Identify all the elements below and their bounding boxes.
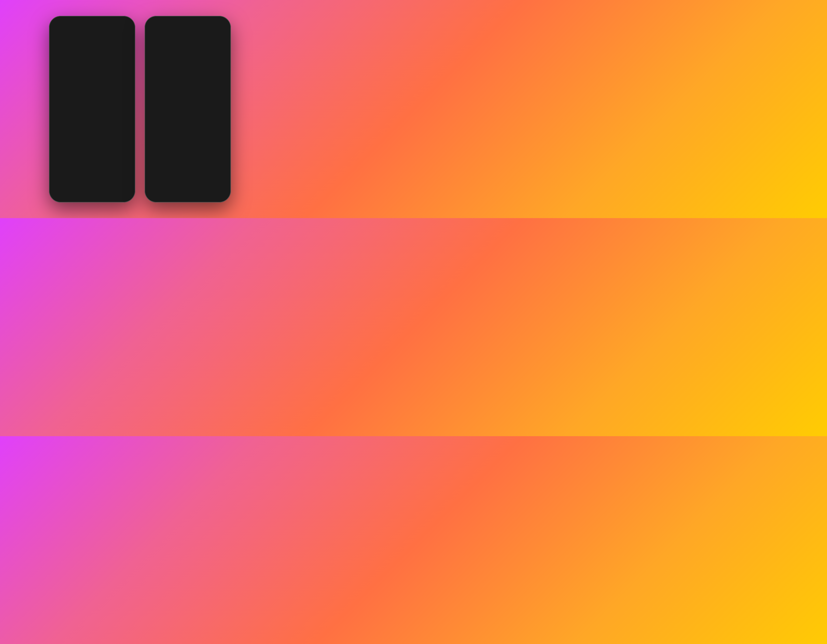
reel-item-4[interactable]: 900 Apr 2 bbox=[215, 122, 224, 151]
back-button-2[interactable]: ‹ bbox=[151, 31, 159, 37]
reel-thumb-2: 1.1K bbox=[173, 122, 192, 148]
reel-thumb-1: 2.3K bbox=[151, 122, 171, 148]
svg-rect-3 bbox=[159, 132, 163, 139]
reel-item-1[interactable]: 2.3K Apr 23 bbox=[151, 122, 171, 151]
bar-row-igtv: IGTV Videos 2,702 bbox=[151, 79, 224, 83]
bar-row-posts: Posts 3,451 bbox=[151, 73, 224, 77]
bar-row-stories: Stories 2,407 bbox=[151, 85, 224, 89]
reel-date-2: Apr 25 bbox=[173, 148, 192, 151]
reach-note: You reached +5.4% more accounts that wer… bbox=[56, 150, 128, 159]
top-posts-title: Top Posts bbox=[151, 160, 224, 164]
reel-count-2: 1.1K bbox=[174, 142, 183, 146]
status-icons-1: ▲ █ bbox=[112, 23, 127, 27]
followers-stats: 12,101 Followers 2,135 Non-Followers bbox=[56, 137, 128, 147]
battery-icon-1: █ bbox=[122, 23, 127, 27]
reel-date-4: Apr 2 bbox=[215, 148, 224, 151]
status-bar-1: 9:41 ▲ █ bbox=[52, 19, 132, 30]
reel-count-1: 2.3K bbox=[153, 142, 162, 146]
status-time-2: 9:41 bbox=[153, 23, 160, 27]
bar-row-reels-1: Reels 5,301 bbox=[56, 179, 128, 184]
bar-chart-2: Reels 5,301 Posts bbox=[151, 67, 224, 95]
battery-icon-2: █ bbox=[218, 23, 223, 27]
accounts-change: +7.3% vs Apr 12 - Apr 18 bbox=[56, 72, 128, 76]
followers-section: Followers and Non-Followers Based on rea… bbox=[52, 81, 132, 164]
content-type-title-2: Content Type bbox=[151, 55, 224, 59]
back-button-1[interactable]: ‹ bbox=[56, 31, 63, 37]
home-indicator-2 bbox=[176, 196, 200, 197]
signal-icon-1 bbox=[112, 23, 117, 27]
content-type-section-1: Content Type Based on reach Reels 5,301 bbox=[52, 164, 132, 189]
top-reels-subtitle: Based on reach bbox=[151, 116, 173, 119]
header-2: ‹ Reach i bbox=[148, 30, 228, 40]
svg-point-7 bbox=[200, 126, 206, 133]
reel-item-2[interactable]: 1.1K Apr 25 bbox=[173, 122, 192, 151]
content-type-subtitle-2: Based on reach bbox=[151, 60, 224, 64]
bar-chart-1: Reels 5,301 bbox=[56, 179, 128, 184]
reel-count-3: 1K bbox=[195, 142, 201, 146]
followers-dot bbox=[66, 145, 68, 147]
reel-thumb-3: 1K bbox=[193, 122, 213, 148]
reel-date-3: Apr 19 bbox=[193, 148, 213, 151]
pie-chart bbox=[75, 98, 109, 133]
header-title-2: Reach bbox=[182, 32, 194, 37]
top-reels-header: Top Reels Based on reach › bbox=[151, 111, 224, 119]
reel-thumb-4: 900 bbox=[215, 122, 224, 148]
bar-row-reels: Reels 5,301 bbox=[151, 67, 224, 71]
content-type-title-1: Content Type bbox=[56, 168, 128, 173]
reels-scroll: 2.3K Apr 23 1.1K bbox=[151, 122, 224, 151]
phone-2: 9:41 ▲ █ ‹ Reach i Last 7 Days ▾ bbox=[145, 16, 231, 203]
status-bar-2: 9:41 ▲ █ bbox=[148, 19, 228, 30]
top-reels-title: Top Reels bbox=[151, 111, 173, 115]
nonfollowers-stat-label: Non-Followers bbox=[99, 144, 120, 147]
date-dropdown-2[interactable]: Last 7 Days ▾ bbox=[151, 42, 177, 49]
status-icons-2: ▲ █ bbox=[208, 23, 223, 27]
svg-rect-8 bbox=[200, 123, 207, 126]
content-type-subtitle-1: Based on reach bbox=[56, 173, 128, 176]
legend-nonfollowers-dot bbox=[187, 99, 189, 101]
screen-content-2[interactable]: Content Type Based on reach Reels 5,301 bbox=[148, 51, 228, 199]
top-reels-section: Top Reels Based on reach › bbox=[148, 107, 228, 155]
date-range-2: Apr 19 - Apr 25 bbox=[202, 44, 224, 47]
top-posts-header: Top Posts bbox=[148, 155, 228, 166]
phone-screen-2: 9:41 ▲ █ ‹ Reach i Last 7 Days ▾ bbox=[148, 19, 228, 199]
nonfollowers-dot bbox=[99, 145, 101, 147]
phone-1: 9:41 ▲ █ ‹ Reach i Last 7 Days ▾ bbox=[49, 16, 135, 203]
nonfollowers-stat: 2,135 Non-Followers bbox=[99, 137, 120, 147]
followers-subtitle: Based on reach bbox=[56, 90, 128, 94]
chart-legend: Followers Non-Followers bbox=[151, 98, 224, 101]
accounts-number: 14,236 bbox=[56, 57, 128, 65]
phone-screen-1: 9:41 ▲ █ ‹ Reach i Last 7 Days ▾ bbox=[52, 19, 132, 199]
date-range-1: Apr 19 - Apr 25 bbox=[106, 44, 128, 47]
top-reels-chevron[interactable]: › bbox=[223, 111, 224, 115]
reel-date-1: Apr 23 bbox=[151, 148, 171, 151]
followers-stat: 12,101 Followers bbox=[64, 137, 83, 147]
header-1: ‹ Reach i bbox=[52, 30, 132, 40]
followers-title: Followers and Non-Followers bbox=[56, 85, 128, 90]
bar-row-live: Live Videos 1,576 bbox=[151, 91, 224, 95]
date-selector-2: Last 7 Days ▾ Apr 19 - Apr 25 bbox=[148, 40, 228, 51]
accounts-reached-section: 14,236 Accounts Reached +7.3% vs Apr 12 … bbox=[52, 51, 132, 81]
header-title-1: Reach bbox=[86, 32, 98, 37]
followers-stat-label: Followers bbox=[64, 144, 83, 147]
legend-followers-dot bbox=[168, 99, 170, 101]
content-type-full: Content Type Based on reach Reels 5,301 bbox=[148, 51, 228, 107]
date-selector-1: Last 7 Days ▾ Apr 19 - Apr 25 bbox=[52, 40, 132, 51]
signal-icon-2 bbox=[208, 23, 213, 27]
wifi-icon-1: ▲ bbox=[119, 23, 122, 27]
date-dropdown-1[interactable]: Last 7 Days ▾ bbox=[56, 42, 81, 49]
home-indicator-1 bbox=[80, 196, 104, 197]
accounts-label: Accounts Reached bbox=[56, 65, 128, 71]
reel-count-4: 900 bbox=[216, 142, 223, 146]
reel-item-3[interactable]: 1K Apr 19 bbox=[193, 122, 213, 151]
wifi-icon-2: ▲ bbox=[214, 23, 217, 27]
legend-nonfollowers: Non-Followers bbox=[187, 98, 208, 101]
status-time-1: 9:41 bbox=[58, 23, 64, 27]
info-button-2[interactable]: i bbox=[217, 31, 224, 38]
legend-followers: Followers bbox=[168, 98, 183, 101]
screen-content-1[interactable]: 14,236 Accounts Reached +7.3% vs Apr 12 … bbox=[52, 51, 132, 199]
info-button-1[interactable]: i bbox=[122, 31, 128, 38]
pie-chart-container bbox=[56, 98, 128, 133]
